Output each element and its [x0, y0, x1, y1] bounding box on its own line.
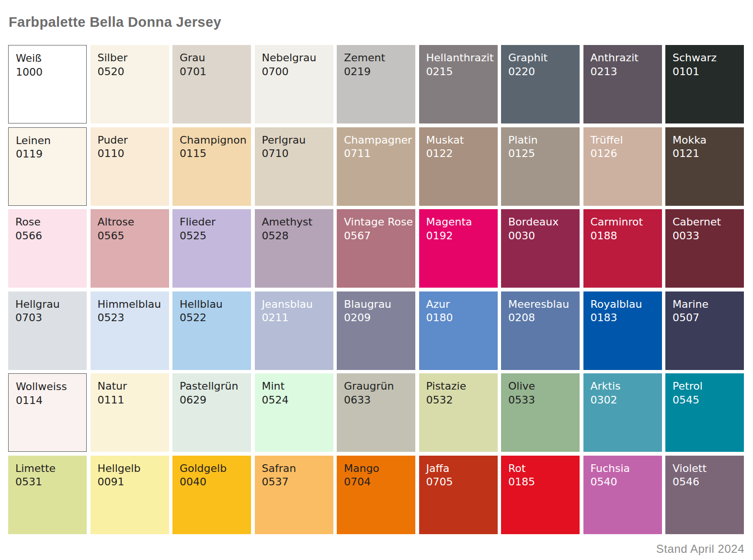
color-swatch: Mint 0524: [255, 373, 333, 452]
color-swatch: Jaffa 0705: [419, 456, 498, 534]
color-swatch: Silber 0520: [91, 45, 169, 123]
color-code: 0566: [15, 229, 84, 243]
color-code: 0537: [262, 475, 331, 489]
color-swatch: Flieder 0525: [172, 209, 251, 288]
color-name: Zement: [344, 51, 412, 65]
color-name: Jeansblau: [262, 298, 331, 312]
color-name: Olive: [508, 380, 577, 393]
color-name: Champagner: [344, 134, 412, 147]
color-code: 0119: [16, 147, 83, 161]
color-name: Puder: [98, 134, 166, 147]
color-swatch: Violett 0546: [665, 456, 744, 534]
color-code: 0125: [508, 147, 577, 161]
color-name: Hellgrau: [15, 298, 84, 312]
color-code: 0219: [344, 65, 412, 79]
color-name: Cabernet: [673, 215, 741, 229]
color-swatch: Zement 0219: [337, 45, 415, 123]
color-code: 0033: [673, 229, 741, 243]
color-code: 0213: [591, 65, 659, 79]
color-code: 0546: [673, 475, 741, 489]
color-code: 0701: [180, 65, 248, 79]
color-name: Hellanthrazit: [426, 51, 495, 65]
color-code: 0211: [262, 311, 331, 325]
color-swatch: Limette 0531: [8, 456, 87, 534]
swatch-grid: Weiß 1000 Silber 0520 Grau 0701 Nebelgra…: [8, 45, 744, 534]
color-swatch: Grau 0701: [172, 45, 251, 123]
color-swatch: Pastellgrün 0629: [172, 373, 251, 452]
color-name: Hellgelb: [98, 462, 166, 476]
color-name: Mint: [262, 380, 331, 393]
color-name: Arktis: [591, 380, 659, 393]
color-code: 0540: [591, 475, 659, 489]
color-swatch: Muskat 0122: [419, 127, 498, 206]
color-name: Trüffel: [591, 134, 659, 147]
color-name: Platin: [508, 134, 577, 147]
color-swatch: Hellblau 0522: [172, 291, 251, 370]
color-name: Nebelgrau: [262, 51, 331, 65]
color-swatch: Blaugrau 0209: [337, 291, 415, 370]
color-code: 0209: [344, 311, 412, 325]
color-swatch: Cabernet 0033: [665, 209, 744, 288]
color-name: Schwarz: [673, 51, 741, 65]
color-swatch: Schwarz 0101: [665, 45, 744, 123]
color-code: 0528: [262, 229, 331, 243]
color-swatch: Natur 0111: [91, 373, 169, 452]
color-code: 0114: [16, 394, 83, 408]
color-code: 0192: [426, 229, 495, 243]
version-date: Stand April 2024: [656, 542, 744, 556]
color-name: Himmelblau: [98, 298, 166, 312]
color-swatch: Rot 0185: [501, 456, 580, 534]
color-swatch: Olive 0533: [501, 373, 580, 452]
color-swatch: Anthrazit 0213: [583, 45, 662, 123]
color-swatch: Puder 0110: [91, 127, 169, 206]
color-code: 0520: [98, 65, 166, 79]
color-swatch: Bordeaux 0030: [501, 209, 580, 288]
color-swatch: Champagner 0711: [337, 127, 415, 206]
color-name: Rot: [508, 462, 577, 476]
color-code: 0704: [344, 475, 412, 489]
color-swatch: Amethyst 0528: [255, 209, 333, 288]
color-swatch: Graphit 0220: [501, 45, 580, 123]
color-name: Perlgrau: [262, 134, 331, 147]
color-name: Anthrazit: [591, 51, 659, 65]
color-swatch: Marine 0507: [665, 291, 744, 370]
color-code: 0525: [180, 229, 248, 243]
color-swatch: Perlgrau 0710: [255, 127, 333, 206]
color-code: 0183: [591, 311, 659, 325]
color-name: Goldgelb: [180, 462, 248, 476]
color-code: 0705: [426, 475, 495, 489]
color-code: 0121: [673, 147, 741, 161]
color-name: Amethyst: [262, 215, 331, 229]
color-swatch: Royalblau 0183: [583, 291, 662, 370]
color-code: 0710: [262, 147, 331, 161]
color-name: Grau: [180, 51, 248, 65]
color-code: 0711: [344, 147, 412, 161]
color-code: 0122: [426, 147, 495, 161]
color-name: Marine: [673, 298, 741, 312]
color-name: Silber: [98, 51, 166, 65]
color-code: 0030: [508, 229, 577, 243]
color-code: 0565: [98, 229, 166, 243]
color-code: 0215: [426, 65, 495, 79]
color-name: Blaugrau: [344, 298, 412, 312]
color-name: Carminrot: [591, 215, 659, 229]
color-name: Azur: [426, 298, 495, 312]
color-swatch: Petrol 0545: [665, 373, 744, 452]
color-swatch: Safran 0537: [255, 456, 333, 534]
color-name: Bordeaux: [508, 215, 577, 229]
color-swatch: Weiß 1000: [8, 45, 87, 123]
color-name: Fuchsia: [591, 462, 659, 476]
color-swatch: Azur 0180: [419, 291, 498, 370]
color-name: Weiß: [16, 52, 83, 66]
color-code: 0507: [673, 311, 741, 325]
color-name: Mokka: [673, 134, 741, 147]
color-swatch: Champignon 0115: [172, 127, 251, 206]
color-name: Hellblau: [180, 298, 248, 312]
color-swatch: Pistazie 0532: [419, 373, 498, 452]
color-swatch: Hellgelb 0091: [91, 456, 169, 534]
color-code: 0208: [508, 311, 577, 325]
color-code: 0180: [426, 311, 495, 325]
color-code: 0523: [98, 311, 166, 325]
color-swatch: Jeansblau 0211: [255, 291, 333, 370]
color-swatch: Vintage Rose 0567: [337, 209, 415, 288]
